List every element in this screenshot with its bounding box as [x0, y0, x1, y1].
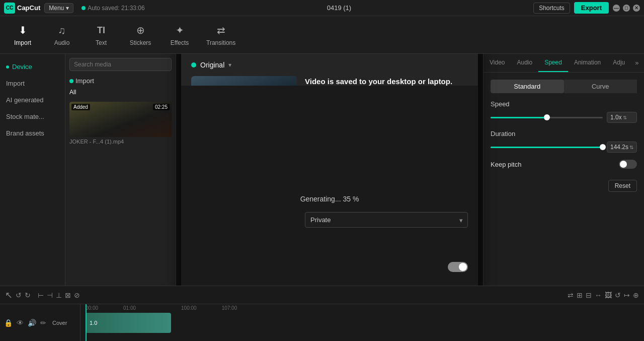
keep-pitch-toggle[interactable] — [619, 160, 637, 169]
tab-animation[interactable]: Animation — [568, 54, 607, 72]
playhead[interactable] — [86, 304, 87, 341]
timeline-body: 🔒 👁 🔊 ✏ Cover 00:00 01:00 100:00 107:00 … — [0, 304, 644, 341]
media-filter: All — [65, 87, 176, 98]
close-button[interactable]: ✕ — [633, 5, 640, 12]
speed-spinner-icon: ⇅ — [623, 115, 627, 120]
speed-slider-track[interactable] — [491, 117, 603, 118]
toolbar-item-import[interactable]: ⬇ Import — [10, 23, 35, 46]
tab-adjust-label: Adju — [613, 59, 625, 66]
keep-pitch-row: Keep pitch — [491, 160, 637, 169]
reset-button[interactable]: Reset — [608, 180, 637, 192]
delete-tool-icon[interactable]: ⊠ — [65, 291, 71, 299]
effects-icon: ✦ — [173, 23, 187, 37]
timeline-clip[interactable]: 1.0 — [86, 313, 171, 333]
visibility-select[interactable]: Private — [305, 212, 468, 228]
sidebar-item-ai-generated[interactable]: AI generated — [0, 92, 65, 108]
speed-slider-fill — [491, 117, 547, 118]
timeline-icon-7[interactable]: ↦ — [624, 291, 630, 299]
duration-value-input[interactable]: 144.2s ⇅ — [607, 142, 637, 153]
import-media-button[interactable]: Import — [69, 77, 94, 85]
toolbar: ⬇ Import ♫ Audio TI Text ⊕ Stickers ✦ Ef… — [0, 16, 644, 54]
duration-slider-thumb[interactable] — [600, 144, 606, 150]
original-chevron-icon: ▾ — [228, 61, 231, 69]
duration-slider-fill — [491, 147, 603, 148]
toolbar-item-stickers[interactable]: ⊕ Stickers — [128, 23, 153, 46]
sidebar-item-brand-assets[interactable]: Brand assets — [0, 125, 65, 141]
filter-all[interactable]: All — [69, 89, 76, 96]
duration-row: 144.2s ⇅ — [491, 142, 637, 153]
speed-value-input[interactable]: 1.0x ⇅ — [607, 112, 637, 123]
tab-adjust[interactable]: Adju — [607, 54, 631, 72]
sidebar-item-stock-mate[interactable]: Stock mate... — [0, 109, 65, 124]
trim-right-icon[interactable]: ⊥ — [56, 291, 62, 299]
preview-area: Export Original ▾ Generating... 35 % — [176, 54, 483, 286]
standard-mode-button[interactable]: Standard — [491, 80, 564, 93]
edit-track-icon[interactable]: ✏ — [40, 319, 46, 327]
tab-video[interactable]: Video — [484, 54, 511, 72]
copyright-toggle[interactable] — [448, 262, 468, 272]
sidebar-item-device[interactable]: Device — [0, 59, 65, 75]
tab-speed[interactable]: Speed — [538, 54, 568, 72]
timeline-track-area: 00:00 01:00 100:00 107:00 1.0 — [80, 304, 644, 341]
ai-label: AI generated — [6, 96, 43, 104]
timeline-time-markers: 00:00 01:00 100:00 107:00 — [80, 304, 644, 312]
tab-audio[interactable]: Audio — [511, 54, 538, 72]
undo-icon[interactable]: ↺ — [16, 291, 22, 299]
lock-icon[interactable]: 🔒 — [4, 319, 13, 327]
timeline-icon-4[interactable]: ↔ — [595, 291, 602, 299]
eye-icon[interactable]: 👁 — [17, 319, 24, 327]
speed-slider-thumb[interactable] — [544, 114, 550, 120]
timeline-icon-1[interactable]: ⇄ — [568, 291, 574, 299]
zoom-icon[interactable]: ⊕ — [633, 291, 639, 299]
device-label: Device — [12, 63, 32, 71]
shortcuts-button[interactable]: Shortcuts — [533, 3, 570, 14]
trim-left-icon[interactable]: ⊣ — [47, 291, 53, 299]
split-tool-icon[interactable]: ⊢ — [38, 291, 44, 299]
media-panel: Import All Added 02:25 JOKER - F...4 (1)… — [65, 54, 176, 286]
menu-button[interactable]: Menu ▾ — [44, 3, 73, 13]
duration-spinner-icon: ⇅ — [629, 145, 633, 150]
curve-mode-button[interactable]: Curve — [564, 80, 637, 93]
text-icon: TI — [94, 23, 108, 37]
right-panel: Video Audio Speed Animation Adju » Sta — [483, 54, 644, 286]
speed-label: Speed — [491, 100, 637, 108]
duration-slider-track[interactable] — [491, 147, 603, 148]
minimize-button[interactable]: — — [613, 5, 620, 12]
redo-icon[interactable]: ↻ — [25, 291, 31, 299]
project-title: 0419 (1) — [149, 4, 529, 12]
tab-more-button[interactable]: » — [631, 54, 642, 72]
toolbar-item-effects[interactable]: ✦ Effects — [167, 23, 192, 46]
transitions-label: Transitions — [206, 39, 235, 46]
crop-tool-icon[interactable]: ⊘ — [74, 291, 80, 299]
speed-mode-row: Standard Curve — [491, 80, 637, 93]
tab-video-label: Video — [490, 59, 505, 66]
visibility-select-wrapper: Private ▾ — [305, 212, 468, 228]
speed-slider-row: 1.0x ⇅ — [491, 112, 637, 123]
timeline-icon-3[interactable]: ⊟ — [586, 291, 592, 299]
stickers-label: Stickers — [130, 39, 151, 46]
import-label: Import — [14, 39, 31, 46]
maximize-button[interactable]: □ — [623, 5, 630, 12]
select-tool-icon[interactable]: ↖ — [5, 290, 13, 301]
top-bar: CC CapCut Menu ▾ Auto saved: 21:33:06 04… — [0, 0, 644, 16]
export-button[interactable]: Export — [574, 2, 609, 14]
toolbar-item-audio[interactable]: ♫ Audio — [49, 23, 74, 46]
toolbar-item-text[interactable]: TI Text — [89, 23, 114, 46]
logo-icon: CC — [4, 3, 15, 14]
app-window: CC CapCut Menu ▾ Auto saved: 21:33:06 04… — [0, 0, 644, 341]
timeline-icon-5[interactable]: 🖼 — [605, 291, 612, 299]
sidebar-item-import[interactable]: Import — [0, 76, 65, 91]
time-marker-right-1: 107:00 — [222, 305, 237, 311]
speed-section: Standard Curve Speed 1.0x ⇅ Duration — [484, 73, 644, 199]
media-filename: JOKER - F...4 (1).mp4 — [69, 139, 172, 145]
toolbar-item-transitions[interactable]: ⇄ Transitions — [206, 23, 235, 46]
media-thumbnail[interactable]: Added 02:25 — [69, 102, 172, 137]
audio-track-icon[interactable]: 🔊 — [28, 319, 36, 327]
original-dot — [191, 62, 196, 67]
audio-icon: ♫ — [55, 23, 69, 37]
search-bar-container — [65, 54, 176, 75]
text-label: Text — [96, 39, 107, 46]
timeline-icon-2[interactable]: ⊞ — [577, 291, 583, 299]
search-input[interactable] — [69, 58, 172, 71]
timeline-icon-6[interactable]: ↺ — [615, 291, 621, 299]
